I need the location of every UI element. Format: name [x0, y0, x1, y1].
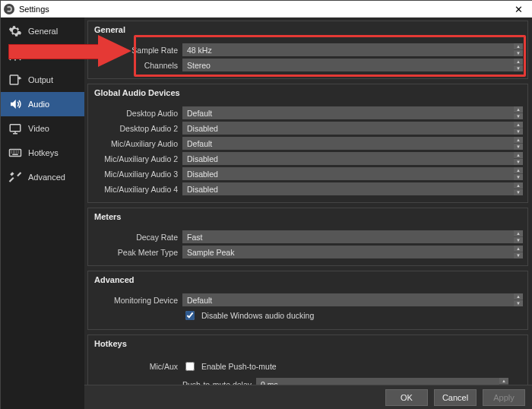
audio-icon — [8, 97, 22, 111]
video-icon — [8, 122, 22, 135]
titlebar: Settings ✕ — [1, 1, 532, 17]
monitor-device-label: Monitoring Device — [93, 296, 178, 305]
device-select[interactable]: Disabled▲▼ — [182, 182, 523, 195]
channels-select[interactable]: Stereo ▲▼ — [182, 59, 523, 71]
apply-button[interactable]: Apply — [483, 389, 525, 406]
stepper-icon: ▲▼ — [514, 152, 523, 165]
micaux-label: Mic/Aux — [93, 362, 178, 371]
section-title: Advanced — [88, 271, 527, 290]
sidebar-item-label: General — [28, 27, 58, 36]
settings-window: Settings ✕ General Stream Output Audio — [0, 0, 532, 409]
sidebar-item-audio[interactable]: Audio — [1, 92, 84, 116]
ducking-label: Disable Windows audio ducking — [201, 311, 314, 320]
gear-icon — [8, 24, 22, 38]
device-select[interactable]: Disabled▲▼ — [182, 167, 523, 180]
output-icon — [8, 73, 22, 87]
channels-label: Channels — [93, 61, 178, 70]
cancel-button[interactable]: Cancel — [434, 389, 477, 406]
section-title: Meters — [88, 208, 527, 227]
device-value: Default — [187, 139, 212, 148]
sidebar-item-label: Audio — [28, 100, 49, 109]
micaux-ptm-checkbox[interactable] — [185, 362, 195, 371]
keyboard-icon — [8, 146, 22, 160]
stepper-icon: ▲▼ — [514, 43, 523, 56]
sidebar-item-label: Stream — [28, 51, 55, 60]
decay-rate-value: Fast — [187, 233, 202, 242]
peak-type-label: Peak Meter Type — [93, 248, 178, 257]
tools-icon — [8, 170, 22, 184]
device-label: Desktop Audio 2 — [93, 124, 178, 133]
device-label: Desktop Audio — [93, 109, 178, 118]
stepper-icon: ▲▼ — [514, 59, 523, 71]
stepper-icon: ▲▼ — [514, 293, 523, 306]
micaux-ptm-delay-label: Push-to-mute delay — [182, 380, 252, 385]
micaux-ptm-delay-field[interactable]: 0 ms ▲▼ — [256, 378, 508, 385]
device-select[interactable]: Default▲▼ — [182, 106, 523, 119]
app-icon — [4, 4, 14, 14]
section-hotkeys: Hotkeys Mic/Aux Enable Push-to-mute Push… — [87, 334, 528, 385]
stepper-icon: ▲▼ — [514, 246, 523, 258]
peak-type-select[interactable]: Sample Peak ▲▼ — [182, 246, 523, 258]
device-value: Disabled — [187, 170, 218, 179]
stepper-icon: ▲▼ — [514, 106, 523, 119]
svg-rect-2 — [10, 125, 21, 132]
stepper-icon: ▲▼ — [514, 167, 523, 180]
peak-type-value: Sample Peak — [187, 248, 234, 257]
device-value: Disabled — [187, 154, 218, 163]
sample-rate-select[interactable]: 48 kHz ▲▼ — [182, 43, 523, 56]
sample-rate-label: Sample Rate — [93, 46, 178, 55]
monitor-device-value: Default — [187, 296, 212, 305]
stream-icon — [8, 49, 22, 62]
stepper-icon: ▲▼ — [514, 182, 523, 195]
svg-rect-1 — [10, 75, 18, 84]
sample-rate-value: 48 kHz — [187, 46, 212, 55]
section-title: Hotkeys — [88, 335, 527, 354]
micaux-ptm-delay-value: 0 ms — [261, 380, 278, 385]
micaux-ptm-label: Enable Push-to-mute — [201, 362, 277, 371]
footer: OK Cancel Apply — [84, 385, 532, 409]
section-meters: Meters Decay Rate Fast ▲▼ Peak Meter Typ… — [87, 208, 528, 266]
stepper-icon: ▲▼ — [514, 137, 523, 150]
decay-rate-select[interactable]: Fast ▲▼ — [182, 230, 523, 243]
section-devices: Global Audio Devices Desktop AudioDefaul… — [87, 84, 528, 203]
close-icon[interactable]: ✕ — [507, 4, 530, 15]
sidebar-item-label: Video — [28, 124, 49, 133]
stepper-icon: ▲▼ — [499, 378, 508, 385]
device-label: Mic/Auxiliary Audio 2 — [93, 154, 178, 163]
section-general: General Sample Rate 48 kHz ▲▼ Channels — [87, 21, 528, 79]
stepper-icon: ▲▼ — [514, 230, 523, 243]
device-label: Mic/Auxiliary Audio 3 — [93, 170, 178, 179]
monitor-device-select[interactable]: Default ▲▼ — [182, 293, 523, 306]
sidebar-item-advanced[interactable]: Advanced — [1, 165, 84, 189]
sidebar-item-hotkeys[interactable]: Hotkeys — [1, 141, 84, 165]
sidebar: General Stream Output Audio Video Hotkey… — [1, 17, 84, 409]
sidebar-item-output[interactable]: Output — [1, 68, 84, 92]
sidebar-item-label: Output — [28, 75, 53, 84]
device-value: Disabled — [187, 185, 218, 194]
device-select[interactable]: Disabled▲▼ — [182, 152, 523, 165]
device-select[interactable]: Disabled▲▼ — [182, 122, 523, 135]
sidebar-item-video[interactable]: Video — [1, 116, 84, 141]
stepper-icon: ▲▼ — [514, 122, 523, 135]
ducking-checkbox[interactable] — [185, 311, 195, 320]
sidebar-item-label: Advanced — [28, 173, 65, 182]
section-title: Global Audio Devices — [88, 84, 527, 103]
window-title: Settings — [19, 5, 49, 14]
device-value: Disabled — [187, 124, 218, 133]
section-advanced: Advanced Monitoring Device Default ▲▼ Di… — [87, 271, 528, 330]
decay-rate-label: Decay Rate — [93, 233, 178, 242]
svg-point-0 — [14, 54, 17, 56]
content-scroll[interactable]: General Sample Rate 48 kHz ▲▼ Channels — [84, 17, 532, 385]
channels-value: Stereo — [187, 61, 211, 70]
sidebar-item-label: Hotkeys — [28, 148, 59, 157]
section-title: General — [88, 21, 527, 40]
device-label: Mic/Auxiliary Audio — [93, 139, 178, 148]
device-label: Mic/Auxiliary Audio 4 — [93, 185, 178, 194]
sidebar-item-general[interactable]: General — [1, 19, 84, 43]
device-value: Default — [187, 109, 212, 118]
ok-button[interactable]: OK — [385, 389, 428, 406]
device-select[interactable]: Default▲▼ — [182, 137, 523, 150]
sidebar-item-stream[interactable]: Stream — [1, 43, 84, 68]
